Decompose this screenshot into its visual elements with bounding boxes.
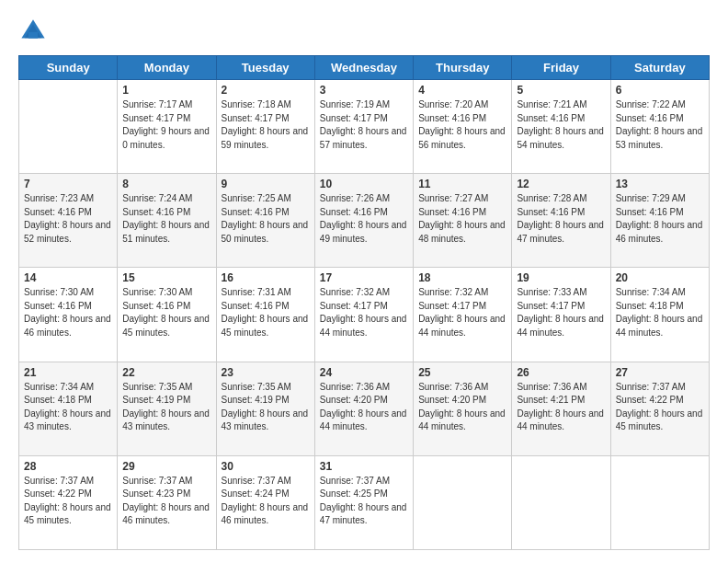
calendar-week-row: 7Sunrise: 7:23 AMSunset: 4:16 PMDaylight… bbox=[19, 174, 710, 268]
calendar-cell: 11Sunrise: 7:27 AMSunset: 4:16 PMDayligh… bbox=[414, 174, 512, 268]
day-number: 13 bbox=[616, 178, 704, 190]
calendar-cell: 20Sunrise: 7:34 AMSunset: 4:18 PMDayligh… bbox=[610, 268, 709, 362]
calendar-cell: 3Sunrise: 7:19 AMSunset: 4:17 PMDaylight… bbox=[314, 80, 413, 174]
calendar-body: 1Sunrise: 7:17 AMSunset: 4:17 PMDaylight… bbox=[19, 80, 710, 550]
sun-info: Sunrise: 7:37 AMSunset: 4:24 PMDaylight:… bbox=[222, 475, 310, 528]
day-number: 26 bbox=[517, 366, 605, 379]
day-number: 24 bbox=[320, 366, 408, 379]
calendar-cell: 7Sunrise: 7:23 AMSunset: 4:16 PMDaylight… bbox=[19, 174, 118, 268]
day-number: 20 bbox=[616, 271, 704, 284]
day-number: 14 bbox=[24, 271, 112, 284]
day-number: 6 bbox=[616, 84, 704, 97]
sun-info: Sunrise: 7:35 AMSunset: 4:19 PMDaylight:… bbox=[222, 381, 310, 434]
calendar-cell: 4Sunrise: 7:20 AMSunset: 4:16 PMDaylight… bbox=[414, 80, 512, 174]
weekday-header: Tuesday bbox=[216, 56, 314, 80]
calendar-cell: 18Sunrise: 7:32 AMSunset: 4:17 PMDayligh… bbox=[414, 268, 512, 362]
sun-info: Sunrise: 7:30 AMSunset: 4:16 PMDaylight:… bbox=[24, 286, 112, 339]
sun-info: Sunrise: 7:32 AMSunset: 4:17 PMDaylight:… bbox=[418, 286, 506, 339]
calendar-cell: 30Sunrise: 7:37 AMSunset: 4:24 PMDayligh… bbox=[216, 455, 314, 549]
day-number: 9 bbox=[222, 178, 310, 190]
sun-info: Sunrise: 7:20 AMSunset: 4:16 PMDaylight:… bbox=[418, 98, 506, 152]
sun-info: Sunrise: 7:28 AMSunset: 4:16 PMDaylight:… bbox=[517, 192, 605, 246]
calendar-cell: 28Sunrise: 7:37 AMSunset: 4:22 PMDayligh… bbox=[19, 455, 118, 549]
sun-info: Sunrise: 7:30 AMSunset: 4:16 PMDaylight:… bbox=[122, 286, 210, 339]
sun-info: Sunrise: 7:26 AMSunset: 4:16 PMDaylight:… bbox=[320, 192, 408, 246]
sun-info: Sunrise: 7:22 AMSunset: 4:16 PMDaylight:… bbox=[616, 98, 704, 152]
calendar-table: SundayMondayTuesdayWednesdayThursdayFrid… bbox=[18, 55, 710, 550]
calendar-cell: 19Sunrise: 7:33 AMSunset: 4:17 PMDayligh… bbox=[512, 268, 610, 362]
calendar-cell: 5Sunrise: 7:21 AMSunset: 4:16 PMDaylight… bbox=[512, 80, 610, 174]
day-number: 30 bbox=[222, 460, 310, 473]
day-number: 19 bbox=[517, 271, 605, 284]
sun-info: Sunrise: 7:18 AMSunset: 4:17 PMDaylight:… bbox=[222, 98, 310, 152]
sun-info: Sunrise: 7:34 AMSunset: 4:18 PMDaylight:… bbox=[616, 286, 704, 339]
calendar-cell: 1Sunrise: 7:17 AMSunset: 4:17 PMDaylight… bbox=[118, 80, 216, 174]
sun-info: Sunrise: 7:27 AMSunset: 4:16 PMDaylight:… bbox=[418, 192, 506, 246]
weekday-header: Sunday bbox=[19, 56, 118, 80]
day-number: 3 bbox=[320, 84, 408, 97]
logo bbox=[18, 17, 51, 46]
weekday-header: Monday bbox=[118, 56, 216, 80]
day-number: 27 bbox=[616, 366, 704, 379]
day-number: 4 bbox=[418, 84, 506, 97]
calendar-cell: 23Sunrise: 7:35 AMSunset: 4:19 PMDayligh… bbox=[216, 362, 314, 455]
header bbox=[18, 17, 710, 46]
day-number: 31 bbox=[320, 460, 408, 473]
weekday-header: Saturday bbox=[610, 56, 709, 80]
logo-icon bbox=[18, 17, 48, 46]
calendar-cell: 25Sunrise: 7:36 AMSunset: 4:20 PMDayligh… bbox=[414, 362, 512, 455]
calendar-cell: 13Sunrise: 7:29 AMSunset: 4:16 PMDayligh… bbox=[610, 174, 709, 268]
day-number: 21 bbox=[24, 366, 112, 379]
day-number: 10 bbox=[320, 178, 408, 190]
calendar-cell: 17Sunrise: 7:32 AMSunset: 4:17 PMDayligh… bbox=[314, 268, 413, 362]
day-number: 18 bbox=[418, 271, 506, 284]
day-number: 16 bbox=[222, 271, 310, 284]
sun-info: Sunrise: 7:23 AMSunset: 4:16 PMDaylight:… bbox=[24, 192, 112, 246]
day-number: 15 bbox=[122, 271, 210, 284]
calendar-cell: 14Sunrise: 7:30 AMSunset: 4:16 PMDayligh… bbox=[19, 268, 118, 362]
day-number: 25 bbox=[418, 366, 506, 379]
calendar-cell: 10Sunrise: 7:26 AMSunset: 4:16 PMDayligh… bbox=[314, 174, 413, 268]
sun-info: Sunrise: 7:37 AMSunset: 4:22 PMDaylight:… bbox=[616, 381, 704, 434]
calendar-cell: 29Sunrise: 7:37 AMSunset: 4:23 PMDayligh… bbox=[118, 455, 216, 549]
page: SundayMondayTuesdayWednesdayThursdayFrid… bbox=[0, 0, 728, 563]
sun-info: Sunrise: 7:17 AMSunset: 4:17 PMDaylight:… bbox=[122, 98, 210, 152]
sun-info: Sunrise: 7:32 AMSunset: 4:17 PMDaylight:… bbox=[320, 286, 408, 339]
calendar-cell bbox=[512, 455, 610, 549]
calendar-cell: 12Sunrise: 7:28 AMSunset: 4:16 PMDayligh… bbox=[512, 174, 610, 268]
sun-info: Sunrise: 7:37 AMSunset: 4:23 PMDaylight:… bbox=[122, 475, 210, 528]
sun-info: Sunrise: 7:25 AMSunset: 4:16 PMDaylight:… bbox=[222, 192, 310, 246]
svg-rect-2 bbox=[28, 32, 38, 39]
sun-info: Sunrise: 7:35 AMSunset: 4:19 PMDaylight:… bbox=[122, 381, 210, 434]
day-number: 7 bbox=[24, 178, 112, 190]
day-number: 8 bbox=[122, 178, 210, 190]
day-number: 12 bbox=[517, 178, 605, 190]
calendar-cell: 22Sunrise: 7:35 AMSunset: 4:19 PMDayligh… bbox=[118, 362, 216, 455]
calendar-cell: 27Sunrise: 7:37 AMSunset: 4:22 PMDayligh… bbox=[610, 362, 709, 455]
calendar-cell: 2Sunrise: 7:18 AMSunset: 4:17 PMDaylight… bbox=[216, 80, 314, 174]
calendar-week-row: 21Sunrise: 7:34 AMSunset: 4:18 PMDayligh… bbox=[19, 362, 710, 455]
day-number: 11 bbox=[418, 178, 506, 190]
calendar-cell bbox=[414, 455, 512, 549]
calendar-cell: 31Sunrise: 7:37 AMSunset: 4:25 PMDayligh… bbox=[314, 455, 413, 549]
sun-info: Sunrise: 7:21 AMSunset: 4:16 PMDaylight:… bbox=[517, 98, 605, 152]
sun-info: Sunrise: 7:37 AMSunset: 4:25 PMDaylight:… bbox=[320, 475, 408, 528]
calendar-cell: 26Sunrise: 7:36 AMSunset: 4:21 PMDayligh… bbox=[512, 362, 610, 455]
calendar-cell: 21Sunrise: 7:34 AMSunset: 4:18 PMDayligh… bbox=[19, 362, 118, 455]
day-number: 28 bbox=[24, 460, 112, 473]
calendar-cell: 9Sunrise: 7:25 AMSunset: 4:16 PMDaylight… bbox=[216, 174, 314, 268]
sun-info: Sunrise: 7:36 AMSunset: 4:20 PMDaylight:… bbox=[418, 381, 506, 434]
calendar-header-row: SundayMondayTuesdayWednesdayThursdayFrid… bbox=[19, 56, 710, 80]
day-number: 5 bbox=[517, 84, 605, 97]
calendar-week-row: 28Sunrise: 7:37 AMSunset: 4:22 PMDayligh… bbox=[19, 455, 710, 549]
day-number: 22 bbox=[122, 366, 210, 379]
weekday-header: Wednesday bbox=[314, 56, 413, 80]
calendar-cell: 8Sunrise: 7:24 AMSunset: 4:16 PMDaylight… bbox=[118, 174, 216, 268]
calendar-cell: 6Sunrise: 7:22 AMSunset: 4:16 PMDaylight… bbox=[610, 80, 709, 174]
weekday-header: Friday bbox=[512, 56, 610, 80]
sun-info: Sunrise: 7:34 AMSunset: 4:18 PMDaylight:… bbox=[24, 381, 112, 434]
calendar-week-row: 1Sunrise: 7:17 AMSunset: 4:17 PMDaylight… bbox=[19, 80, 710, 174]
day-number: 29 bbox=[122, 460, 210, 473]
day-number: 17 bbox=[320, 271, 408, 284]
sun-info: Sunrise: 7:24 AMSunset: 4:16 PMDaylight:… bbox=[122, 192, 210, 246]
